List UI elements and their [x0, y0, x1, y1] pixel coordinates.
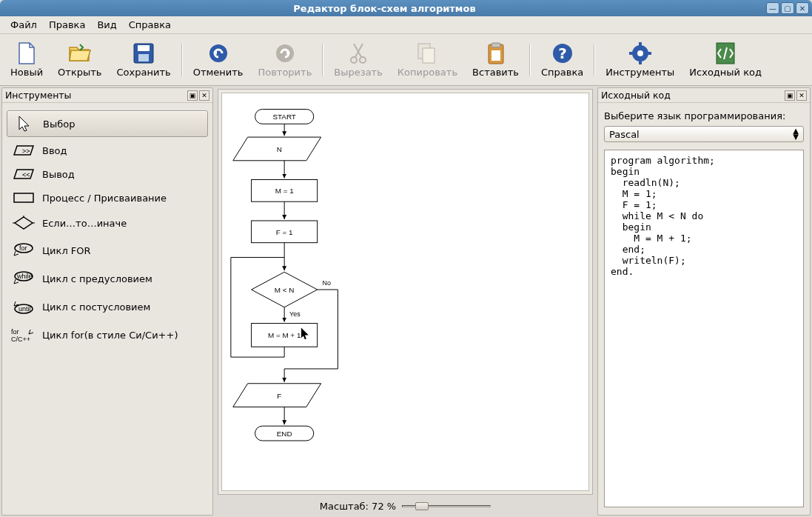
copy-button[interactable]: Копировать	[390, 39, 465, 81]
source-icon	[714, 41, 737, 65]
tool-while[interactable]: while Цикл с предусловием	[7, 266, 208, 291]
tool-select[interactable]: Выбор	[7, 110, 208, 137]
window-title: Редактор блок-схем алгоритмов	[3, 3, 766, 14]
menu-file[interactable]: Файл	[4, 18, 43, 32]
paste-button[interactable]: Вставить	[465, 39, 526, 81]
save-button[interactable]: Сохранить	[110, 39, 178, 81]
svg-text:for: for	[11, 328, 19, 336]
cut-icon	[346, 41, 370, 65]
toolbar: Новый Открыть Сохранить Отменить Повтори…	[0, 34, 812, 86]
redo-icon	[273, 41, 297, 65]
chevron-updown-icon: ▲▼	[793, 128, 799, 140]
menu-view[interactable]: Вид	[91, 18, 122, 32]
menu-help[interactable]: Справка	[123, 18, 177, 32]
parallelogram-out-icon: <<	[11, 168, 36, 180]
language-select[interactable]: Pascal ▲▼	[604, 126, 804, 142]
toolbar-separator	[594, 44, 595, 76]
svg-point-5	[351, 57, 357, 63]
svg-rect-8	[423, 48, 434, 63]
panel-close-icon[interactable]: ✕	[199, 90, 209, 101]
zoom-slider[interactable]	[402, 502, 491, 510]
svg-rect-23	[14, 193, 33, 202]
cursor-icon	[12, 115, 37, 133]
close-button[interactable]: ✕	[796, 2, 809, 14]
toolbar-separator	[322, 44, 323, 76]
tools-panel: Инструменты ▣ ✕ Выбор >> Ввод << Вывод П…	[1, 87, 213, 516]
tool-while-label: Цикл с предусловием	[42, 273, 152, 284]
save-icon	[132, 41, 155, 65]
language-select-value: Pascal	[609, 129, 793, 140]
cut-button[interactable]: Вырезать	[326, 39, 390, 81]
svg-rect-19	[648, 52, 651, 55]
canvas-area: START N M = 1 F = 1	[216, 87, 594, 516]
undo-button[interactable]: Отменить	[186, 39, 251, 81]
source-panel: Исходный код ▣ ✕ Выберите язык программи…	[597, 87, 811, 516]
document-icon	[15, 41, 38, 65]
while-loop-icon: while	[11, 270, 36, 287]
for-loop-icon: for	[11, 242, 36, 258]
menu-edit[interactable]: Правка	[43, 18, 91, 32]
tools-panel-title: Инструменты	[5, 90, 186, 101]
svg-text:M = M + 1: M = M + 1	[268, 331, 301, 339]
tool-for[interactable]: for Цикл FOR	[7, 238, 208, 263]
tool-input[interactable]: >> Ввод	[7, 140, 208, 161]
svg-text:<<: <<	[22, 171, 30, 179]
copy-icon	[415, 41, 439, 65]
svg-text:Yes: Yes	[289, 310, 301, 318]
gear-icon	[628, 41, 652, 65]
minimize-button[interactable]: —	[766, 2, 779, 14]
tool-if[interactable]: Если…то…иначе	[7, 211, 208, 235]
language-select-label: Выберите язык программирования:	[604, 110, 804, 121]
svg-rect-2	[138, 54, 149, 61]
copy-label: Копировать	[397, 67, 457, 78]
tool-cfor-label: Цикл for(в стиле Си/Си++)	[42, 330, 178, 341]
source-button[interactable]: Исходный код	[682, 39, 769, 81]
tool-until[interactable]: until Цикл с постусловием	[7, 294, 208, 319]
svg-text:>>: >>	[22, 147, 30, 155]
until-loop-icon: until	[11, 298, 36, 315]
svg-text:C/C++: C/C++	[11, 336, 30, 343]
new-label: Новый	[10, 67, 43, 78]
svg-rect-18	[629, 52, 633, 55]
svg-rect-16	[639, 42, 642, 46]
menubar: Файл Правка Вид Справка	[0, 16, 812, 34]
svg-point-6	[360, 57, 366, 63]
cfor-icon: forC/C++	[11, 327, 36, 343]
svg-rect-11	[491, 50, 500, 61]
tool-cfor[interactable]: forC/C++ Цикл for(в стиле Си/Си++)	[7, 322, 208, 347]
tools-label: Инструменты	[605, 67, 674, 78]
svg-text:M = 1: M = 1	[275, 187, 294, 195]
tool-select-label: Выбор	[43, 119, 75, 130]
svg-text:until: until	[19, 305, 31, 313]
svg-text:F = 1: F = 1	[276, 228, 293, 236]
help-button[interactable]: ? Справка	[534, 39, 591, 81]
tool-output-label: Вывод	[42, 169, 75, 180]
save-label: Сохранить	[117, 67, 171, 78]
zoom-bar: Масштаб: 72 %	[216, 496, 594, 516]
panel-min-icon[interactable]: ▣	[785, 90, 795, 101]
svg-text:START: START	[272, 113, 295, 121]
tool-until-label: Цикл с постусловием	[42, 301, 150, 313]
open-label: Открыть	[58, 67, 101, 78]
toolbar-separator	[529, 44, 531, 76]
panel-min-icon[interactable]: ▣	[187, 90, 198, 101]
svg-point-15	[637, 50, 643, 56]
tool-output[interactable]: << Вывод	[7, 164, 208, 184]
svg-text:No: No	[323, 279, 331, 287]
cut-label: Вырезать	[334, 67, 383, 78]
help-icon: ?	[551, 41, 574, 65]
source-code[interactable]: program algorithm; begin readln(N); M = …	[604, 150, 804, 507]
svg-text:END: END	[277, 430, 292, 438]
maximize-button[interactable]: ▢	[781, 2, 794, 14]
svg-text:?: ?	[558, 44, 567, 62]
svg-text:while: while	[16, 273, 33, 280]
tool-process[interactable]: Процесс / Присваивание	[7, 187, 208, 208]
parallelogram-in-icon: >>	[11, 144, 36, 156]
panel-close-icon[interactable]: ✕	[796, 90, 807, 101]
new-button[interactable]: Новый	[3, 39, 50, 81]
redo-button[interactable]: Повторить	[250, 39, 319, 81]
flowchart-canvas[interactable]: START N M = 1 F = 1	[221, 93, 589, 491]
svg-point-3	[209, 44, 227, 62]
open-button[interactable]: Открыть	[50, 39, 109, 81]
tools-button[interactable]: Инструменты	[598, 39, 682, 81]
